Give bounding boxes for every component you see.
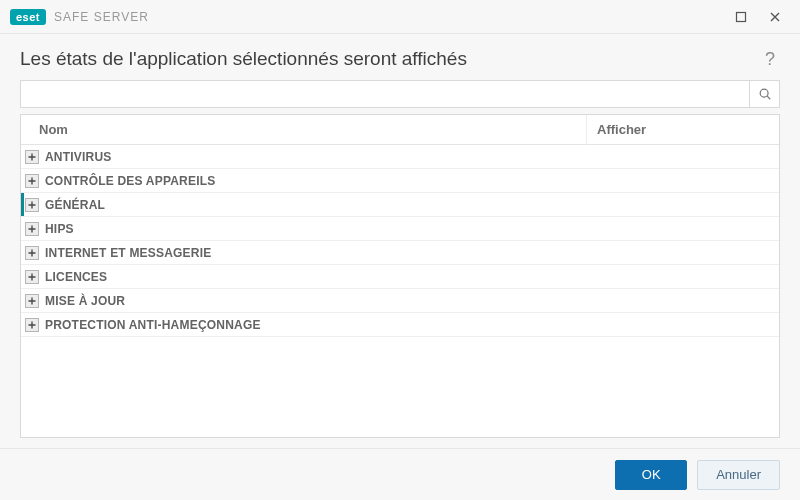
plus-icon [27,200,37,210]
expand-button[interactable] [25,150,39,164]
close-icon [769,11,781,23]
brand-product: SAFE SERVER [54,10,149,24]
plus-icon [27,272,37,282]
search-button[interactable] [749,81,779,107]
row-label: LICENCES [45,270,107,284]
column-show[interactable]: Afficher [587,115,779,145]
search-row [20,80,780,108]
cancel-button[interactable]: Annuler [697,460,780,490]
table-row[interactable]: PROTECTION ANTI-HAMEÇONNAGE [21,313,779,337]
row-label: HIPS [45,222,74,236]
row-label: GÉNÉRAL [45,198,105,212]
ok-button[interactable]: OK [615,460,687,490]
table-row[interactable]: INTERNET ET MESSAGERIE [21,241,779,265]
table-row[interactable]: LICENCES [21,265,779,289]
table-row[interactable]: ANTIVIRUS [21,145,779,169]
plus-icon [27,224,37,234]
search-icon [758,87,772,101]
app-window: eset SAFE SERVER Les états de l'applicat… [0,0,800,500]
body: Nom Afficher ANTIVIRUSCONTRÔLE DES APPAR… [0,80,800,448]
window-controls [724,0,792,34]
header: Les états de l'application sélectionnés … [0,34,800,80]
row-label: PROTECTION ANTI-HAMEÇONNAGE [45,318,261,332]
footer: OK Annuler [0,448,800,500]
row-label: ANTIVIRUS [45,150,111,164]
brand-badge: eset [10,9,46,25]
table-row[interactable]: CONTRÔLE DES APPAREILS [21,169,779,193]
expand-button[interactable] [25,174,39,188]
plus-icon [27,320,37,330]
svg-line-2 [767,96,770,99]
expand-button[interactable] [25,294,39,308]
svg-rect-0 [737,12,746,21]
table-row[interactable]: HIPS [21,217,779,241]
maximize-button[interactable] [724,0,758,34]
square-icon [735,11,747,23]
expand-button[interactable] [25,198,39,212]
expand-button[interactable] [25,222,39,236]
plus-icon [27,248,37,258]
page-title: Les états de l'application sélectionnés … [20,48,467,70]
expand-button[interactable] [25,270,39,284]
table-row[interactable]: MISE À JOUR [21,289,779,313]
row-label: CONTRÔLE DES APPAREILS [45,174,215,188]
table-row[interactable]: GÉNÉRAL [21,193,779,217]
brand: eset SAFE SERVER [10,9,149,25]
titlebar: eset SAFE SERVER [0,0,800,34]
svg-point-1 [760,89,768,97]
help-button[interactable]: ? [760,49,780,70]
plus-icon [27,176,37,186]
expand-button[interactable] [25,246,39,260]
plus-icon [27,152,37,162]
table-body: ANTIVIRUSCONTRÔLE DES APPAREILSGÉNÉRALHI… [21,145,779,437]
search-input[interactable] [21,81,749,107]
plus-icon [27,296,37,306]
close-button[interactable] [758,0,792,34]
expand-button[interactable] [25,318,39,332]
row-label: INTERNET ET MESSAGERIE [45,246,211,260]
table-header: Nom Afficher [21,115,779,145]
column-name[interactable]: Nom [21,115,587,145]
categories-table: Nom Afficher ANTIVIRUSCONTRÔLE DES APPAR… [20,114,780,438]
row-label: MISE À JOUR [45,294,125,308]
